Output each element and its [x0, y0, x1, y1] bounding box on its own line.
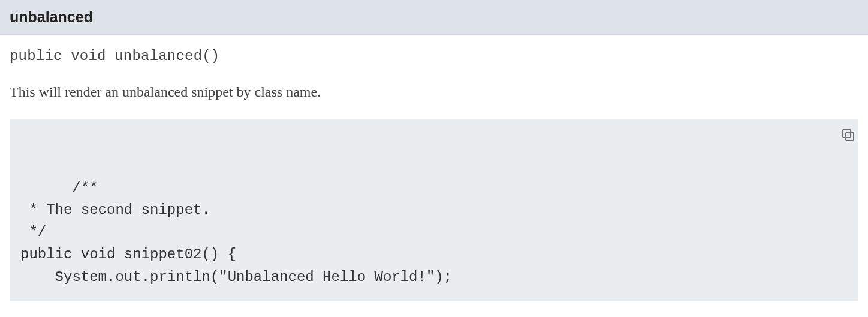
code-snippet-block: /** * The second snippet. */ public void… [10, 119, 858, 301]
svg-rect-1 [843, 130, 851, 137]
method-header: unbalanced [0, 0, 868, 35]
copy-icon [818, 119, 855, 154]
method-signature: public void unbalanced() [10, 48, 858, 64]
method-section: unbalanced public void unbalanced() This… [0, 0, 868, 301]
method-description: This will render an unbalanced snippet b… [10, 82, 858, 103]
svg-rect-0 [846, 133, 854, 140]
method-name: unbalanced [10, 8, 93, 25]
copy-button[interactable] [828, 128, 845, 145]
method-content: public void unbalanced() This will rende… [0, 35, 868, 301]
code-snippet-text: /** * The second snippet. */ public void… [20, 180, 452, 285]
